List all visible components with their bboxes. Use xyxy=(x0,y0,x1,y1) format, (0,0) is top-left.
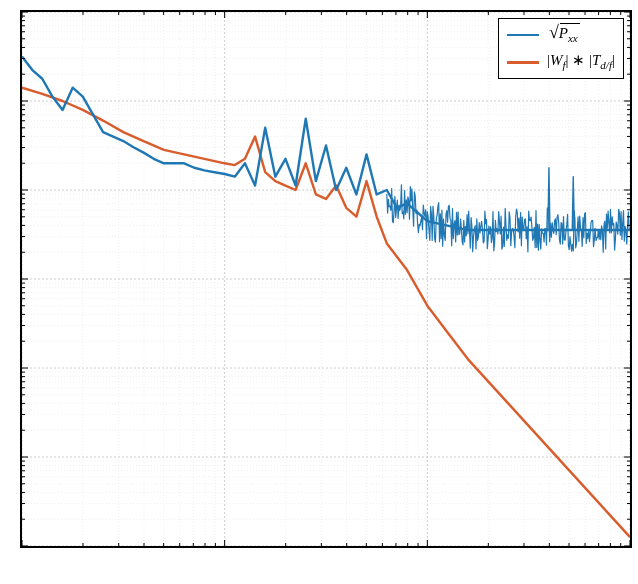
legend-label-1: √Pxx xyxy=(547,21,578,49)
legend-item-1: √Pxx xyxy=(503,21,619,49)
chart-svg xyxy=(22,12,630,546)
legend-label-2: |Wf| ∗ |Td/f| xyxy=(547,49,615,76)
plot-area: √Pxx |Wf| ∗ |Td/f| xyxy=(20,10,632,548)
legend-swatch-2 xyxy=(507,61,539,64)
legend-item-2: |Wf| ∗ |Td/f| xyxy=(503,49,619,76)
legend: √Pxx |Wf| ∗ |Td/f| xyxy=(498,18,624,79)
chart-container: √Pxx |Wf| ∗ |Td/f| xyxy=(0,0,638,584)
legend-swatch-1 xyxy=(507,34,539,37)
